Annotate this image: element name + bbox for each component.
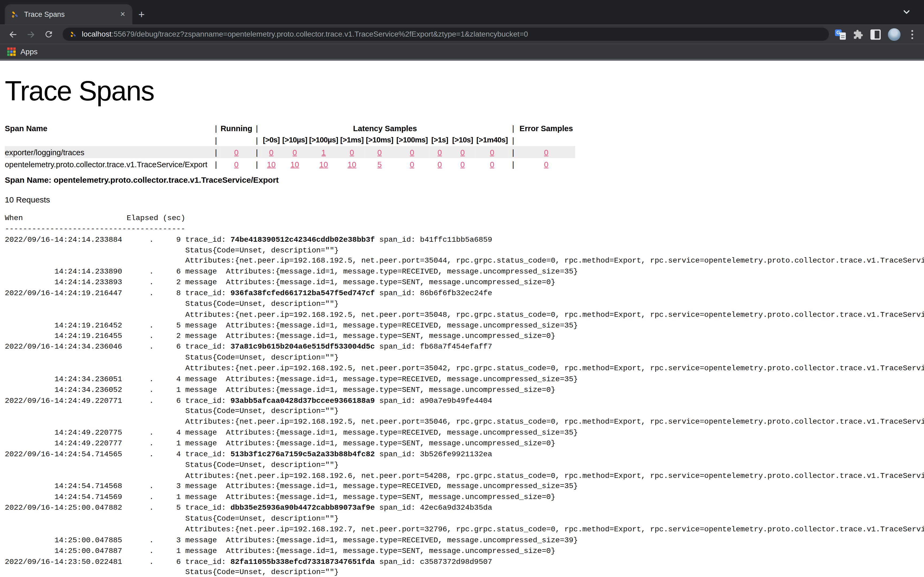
tab-trace-spans[interactable]: Trace Spans × (5, 4, 132, 25)
tab-close-icon[interactable]: × (118, 10, 128, 19)
latency-count-link[interactable]: 0 (292, 147, 297, 156)
request-event-row: 14:24:54.714569 . 1 message Attributes:{… (5, 493, 924, 503)
menu-kebab-icon[interactable] (908, 29, 917, 40)
trace-id-value: 93abb5afcaa0428d37bccee9366188a9 (231, 396, 375, 405)
reload-button[interactable] (41, 26, 57, 42)
span-name-cell: opentelemetry.proto.collector.trace.v1.T… (5, 158, 212, 170)
request-event-row: 14:24:49.220777 . 1 message Attributes:{… (5, 439, 924, 450)
latency-count-link[interactable]: 0 (438, 160, 442, 169)
request-row: 2022/09/16-14:25:00.047882 . 5 trace_id:… (5, 503, 924, 514)
apps-shortcut[interactable]: Apps (7, 47, 38, 56)
latency-count-link[interactable]: 0 (350, 147, 354, 156)
trace-id-value: 513b3f1c276a7159c5a2a33b88b4fc82 (231, 450, 375, 459)
trace-id-value: dbb35e25936a90b4472cabb89073af9e (231, 504, 375, 513)
page-title: Trace Spans (5, 75, 924, 106)
extensions-puzzle-icon[interactable] (853, 29, 863, 39)
column-separator: | (212, 146, 220, 158)
span-summary-row: opentelemetry.proto.collector.trace.v1.T… (5, 158, 575, 170)
column-separator: | (509, 122, 518, 134)
translate-icon[interactable]: G (835, 29, 846, 40)
request-event-row: 14:24:34.236052 . 1 message Attributes:{… (5, 385, 924, 396)
error-count-link[interactable]: 0 (544, 160, 548, 169)
running-count-link[interactable]: 0 (234, 147, 239, 156)
forward-button[interactable] (23, 26, 39, 42)
back-button[interactable] (5, 26, 21, 42)
selected-span-name: Span Name: opentelemetry.proto.collector… (5, 176, 924, 185)
column-separator: | (253, 122, 261, 134)
request-event-row: 14:24:14.233893 . 2 message Attributes:{… (5, 278, 924, 288)
requests-listing: When Elapsed (sec)----------------------… (5, 213, 924, 577)
apps-label: Apps (21, 47, 38, 56)
request-event-row: 14:25:00.047885 . 3 message Attributes:{… (5, 535, 924, 546)
requests-count: 10 Requests (5, 195, 924, 205)
url-text: localhost:55679/debug/tracez?zspanname=o… (82, 30, 528, 39)
profile-avatar[interactable] (888, 28, 900, 40)
url-bar[interactable]: localhost:55679/debug/tracez?zspanname=o… (63, 28, 829, 41)
latency-count-link[interactable]: 0 (269, 147, 273, 156)
error-count-link[interactable]: 0 (544, 147, 548, 156)
column-separator: | (509, 158, 518, 170)
listing-header: When Elapsed (sec) (5, 213, 924, 224)
running-count-link[interactable]: 0 (234, 160, 239, 169)
url-host: localhost (82, 30, 111, 39)
latency-count-link[interactable]: 0 (378, 147, 382, 156)
col-header-running: Running (220, 122, 253, 134)
latency-count-link[interactable]: 10 (319, 160, 328, 169)
latency-bucket-label: [>1m40s] (475, 134, 509, 146)
favicon-opentelemetry-icon (11, 10, 19, 19)
request-attributes-row: Attributes:{net.peer.ip=192.168.192.5, n… (5, 256, 924, 267)
latency-count-link[interactable]: 0 (460, 160, 465, 169)
request-status-row: Status{Code=Unset, description=""} (5, 299, 924, 310)
latency-count-link[interactable]: 0 (490, 147, 494, 156)
trace-id-value: 37a81c9b615b204a6e515df533004d5c (231, 343, 375, 351)
latency-bucket-label: [>100µs] (308, 134, 339, 146)
latency-count-link[interactable]: 0 (438, 147, 442, 156)
request-row: 2022/09/16-14:24:54.714565 . 4 trace_id:… (5, 450, 924, 460)
request-event-row: 14:24:34.236051 . 4 message Attributes:{… (5, 374, 924, 385)
latency-bucket-label: [>10s] (450, 134, 475, 146)
latency-bucket-label: [>10µs] (281, 134, 308, 146)
latency-bucket-label: [>1ms] (339, 134, 365, 146)
urlbar-favicon-opentelemetry-icon (70, 31, 77, 38)
latency-count-link[interactable]: 0 (410, 160, 414, 169)
request-status-row: Status{Code=Unset, description=""} (5, 245, 924, 256)
toolbar-icons: G (835, 28, 917, 40)
tab-search-chevron-icon[interactable] (902, 8, 911, 19)
trace-id-value: 936fa38fcfed661712ba547f5ed747cf (231, 289, 375, 298)
bookmarks-bar: Apps (0, 44, 924, 61)
latency-count-link[interactable]: 5 (378, 160, 382, 169)
tab-strip: Trace Spans × + (0, 0, 924, 24)
latency-count-link[interactable]: 10 (267, 160, 276, 169)
side-panel-icon[interactable] (871, 29, 881, 39)
latency-count-link[interactable]: 0 (460, 147, 465, 156)
request-row: 2022/09/16-14:24:19.216447 . 8 trace_id:… (5, 288, 924, 299)
latency-bucket-label: [>1s] (430, 134, 450, 146)
latency-count-link[interactable]: 0 (410, 147, 414, 156)
request-row: 2022/09/16-14:24:49.220771 . 6 trace_id:… (5, 396, 924, 406)
request-status-row: Status{Code=Unset, description=""} (5, 514, 924, 525)
column-separator: | (509, 146, 518, 158)
request-status-row: Status{Code=Unset, description=""} (5, 406, 924, 417)
request-event-row: 14:24:19.216455 . 2 message Attributes:{… (5, 332, 924, 342)
column-separator: | (212, 122, 220, 134)
request-row: 2022/09/16-14:24:34.236046 . 6 trace_id:… (5, 342, 924, 353)
new-tab-button[interactable]: + (139, 9, 145, 20)
latency-count-link[interactable]: 0 (490, 160, 494, 169)
latency-bucket-label: [>100ms] (395, 134, 430, 146)
summary-header-row: Span Name | Running | Latency Samples | … (5, 122, 575, 134)
apps-grid-icon (7, 47, 16, 56)
trace-id-value: 74be418390512c42346cddb02e38bb3f (231, 235, 375, 244)
latency-count-link[interactable]: 1 (321, 147, 326, 156)
request-event-row: 14:24:19.216452 . 5 message Attributes:{… (5, 321, 924, 332)
trace-id-value: 82fa11055b338efcd733187347651fda (231, 558, 375, 566)
tab-title: Trace Spans (24, 10, 118, 19)
request-event-row: 14:24:49.220775 . 4 message Attributes:{… (5, 428, 924, 438)
span-summary-table: Span Name | Running | Latency Samples | … (5, 122, 575, 170)
latency-bucket-header-row: | | [>0s][>10µs][>100µs][>1ms][>10ms][>1… (5, 134, 575, 146)
latency-count-link[interactable]: 10 (347, 160, 356, 169)
latency-bucket-label: [>0s] (261, 134, 282, 146)
latency-count-link[interactable]: 10 (290, 160, 299, 169)
screenshot-stage: Trace Spans × + (0, 0, 924, 577)
column-separator: | (253, 146, 261, 158)
column-separator: | (253, 158, 261, 170)
